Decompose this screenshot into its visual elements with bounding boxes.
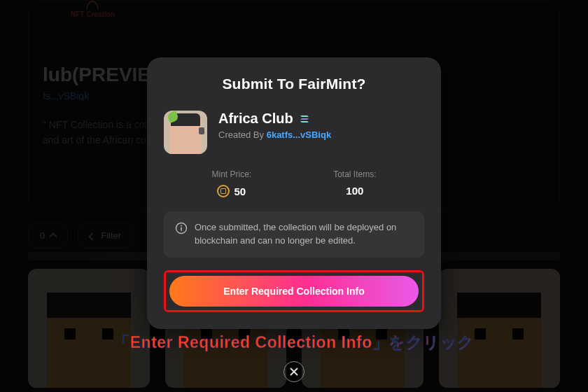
- svg-point-1: [181, 225, 182, 227]
- solana-icon: [299, 113, 310, 125]
- total-items-label: Total Items:: [333, 169, 376, 179]
- mint-price-stat: Mint Price: 50: [211, 169, 251, 197]
- mint-price-value: 50: [234, 186, 246, 197]
- mint-price-label: Mint Price:: [211, 169, 251, 179]
- modal-title: Submit To FairMint?: [164, 76, 424, 92]
- close-icon: [290, 368, 298, 376]
- coin-icon: [217, 185, 230, 197]
- svg-rect-2: [181, 227, 182, 232]
- close-button[interactable]: [284, 361, 304, 382]
- total-items-stat: Total Items: 100: [333, 169, 376, 197]
- collection-name: Africa Club: [218, 111, 293, 127]
- submit-modal: Submit To FairMint? Africa Club Creat: [147, 57, 441, 329]
- creator-link[interactable]: 6katfs...vSBiqk: [267, 130, 332, 140]
- enter-collection-info-button[interactable]: Enter Required Collection Info: [169, 276, 419, 307]
- info-text: Once submitted, the collection will be d…: [195, 221, 413, 248]
- total-items-value: 100: [346, 185, 363, 197]
- created-by-row: Created By 6katfs...vSBiqk: [218, 130, 424, 140]
- created-by-label: Created By: [218, 130, 264, 140]
- collection-header: Africa Club Created By 6katfs...vSBiqk: [164, 111, 424, 154]
- info-notice: Once submitted, the collection will be d…: [164, 211, 424, 258]
- info-icon: [175, 222, 188, 234]
- stats-row: Mint Price: 50 Total Items: 100: [164, 169, 424, 197]
- collection-avatar: [164, 111, 207, 154]
- cta-highlight: Enter Required Collection Info: [164, 270, 424, 312]
